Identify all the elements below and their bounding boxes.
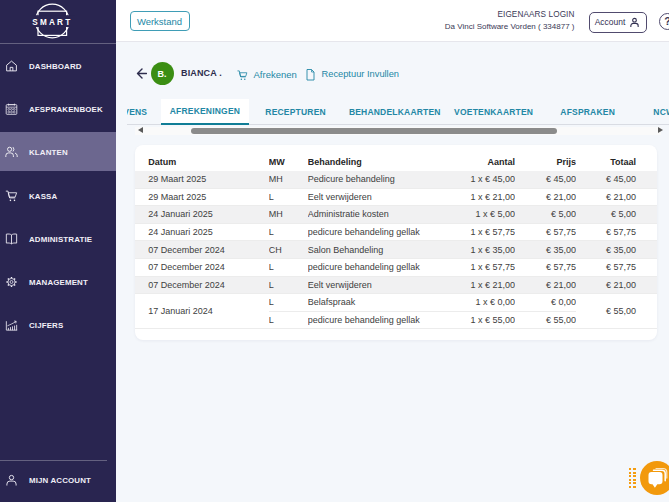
svg-text:SMART: SMART (32, 18, 72, 27)
